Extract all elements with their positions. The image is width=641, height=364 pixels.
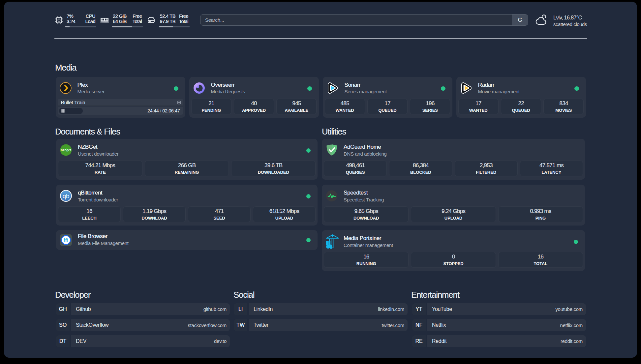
svg-text:nzbget: nzbget xyxy=(61,148,71,152)
svg-text:qb: qb xyxy=(62,193,69,199)
